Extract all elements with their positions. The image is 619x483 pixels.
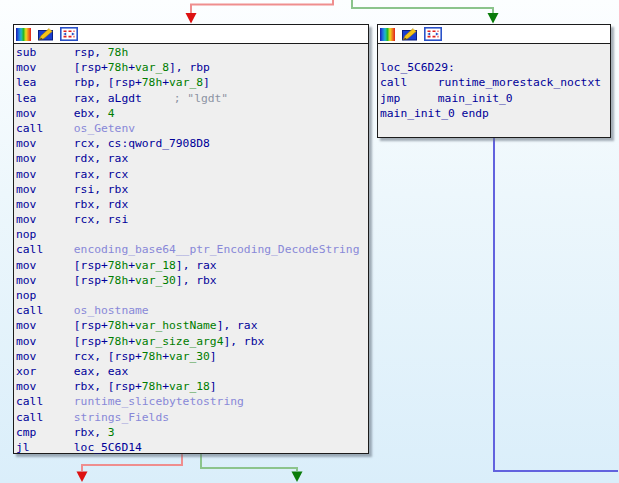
asm-mnemonic[interactable]: mov	[16, 197, 74, 212]
asm-mnemonic[interactable]: jl	[16, 440, 74, 455]
asm-operand-token[interactable]: [rsp+	[74, 259, 108, 272]
asm-line[interactable]: mov[rsp+78h+var_30], rbx	[16, 273, 368, 288]
asm-line[interactable]: cmprbx, 3	[16, 425, 368, 440]
asm-operand-token[interactable]: rcx, rsi	[74, 213, 128, 226]
asm-operand-token[interactable]: rbp, [rsp+	[74, 76, 142, 89]
asm-operand-token[interactable]: runtime_slicebytetostring	[74, 395, 244, 408]
asm-operand-token[interactable]: +	[128, 61, 135, 74]
asm-line[interactable]: mov[rsp+78h+var_hostName], rax	[16, 318, 368, 333]
asm-line[interactable]: callencoding_base64__ptr_Encoding_Decode…	[16, 242, 368, 257]
asm-operand-token[interactable]: +	[162, 76, 169, 89]
asm-operand-token[interactable]: rbx, rdx	[74, 198, 128, 211]
asm-line[interactable]: mov[rsp+78h+var_8], rbp	[16, 60, 368, 75]
asm-operand-token[interactable]: runtime_morestack_noctxt	[438, 76, 601, 89]
asm-line[interactable]: jlloc_5C6D14	[16, 440, 368, 455]
asm-mnemonic[interactable]: xor	[16, 364, 74, 379]
asm-mnemonic[interactable]: lea	[16, 91, 74, 106]
asm-mnemonic[interactable]: call	[16, 394, 74, 409]
asm-mnemonic[interactable]: mov	[16, 318, 74, 333]
asm-line[interactable]: nop	[16, 288, 368, 303]
asm-operand-token[interactable]: 4	[108, 107, 115, 120]
asm-mnemonic[interactable]: nop	[16, 227, 74, 242]
asm-line[interactable]: mov[rsp+78h+var_size_arg4], rbx	[16, 334, 368, 349]
asm-line[interactable]: learbp, [rsp+78h+var_8]	[16, 75, 368, 90]
asm-line[interactable]: jmpmain_init_0	[380, 91, 610, 106]
asm-line[interactable]	[380, 121, 610, 136]
group-nodes-icon[interactable]	[424, 27, 442, 41]
asm-line[interactable]: loc_5C6D29:	[380, 60, 610, 75]
asm-mnemonic[interactable]: mov	[16, 60, 74, 75]
asm-mnemonic[interactable]: mov	[16, 258, 74, 273]
asm-operand-token[interactable]: [rsp+	[74, 335, 108, 348]
asm-operand-token[interactable]: [rsp+	[74, 274, 108, 287]
asm-operand-token[interactable]: var_18	[135, 259, 176, 272]
asm-mnemonic[interactable]: mov	[16, 136, 74, 151]
asm-operand-token[interactable]: +	[128, 274, 135, 287]
asm-mnemonic[interactable]: mov	[16, 349, 74, 364]
asm-line[interactable]: callruntime_slicebytetostring	[16, 394, 368, 409]
asm-operand-token[interactable]: 78h	[142, 76, 162, 89]
asm-operand-token[interactable]: var_30	[169, 350, 210, 363]
asm-operand-token[interactable]: var_18	[169, 380, 210, 393]
asm-line[interactable]: callstrings_Fields	[16, 410, 368, 425]
basic-block-loc_5C6D29[interactable]: loc_5C6D29:callruntime_morestack_noctxtj…	[377, 24, 611, 138]
asm-line[interactable]: xoreax, eax	[16, 364, 368, 379]
asm-operand-token[interactable]: ], rbx	[223, 335, 264, 348]
asm-operand-token[interactable]: 78h	[108, 335, 128, 348]
asm-operand-token[interactable]: rdx, rax	[74, 152, 128, 165]
asm-operand-token[interactable]: var_size_arg4	[135, 335, 223, 348]
asm-operand-token[interactable]: rbx,	[74, 426, 108, 439]
asm-operand-token[interactable]: ], rbp	[169, 61, 210, 74]
asm-operand-token[interactable]: +	[128, 319, 135, 332]
asm-operand-token[interactable]: 78h	[142, 350, 162, 363]
asm-line[interactable]: subrsp, 78h	[16, 45, 368, 60]
asm-mnemonic[interactable]: mov	[16, 182, 74, 197]
asm-operand-token[interactable]: +	[162, 350, 169, 363]
asm-line[interactable]: mov[rsp+78h+var_18], rax	[16, 258, 368, 273]
asm-operand-token[interactable]: os_hostname	[74, 304, 149, 317]
asm-operand-token[interactable]: 78h	[108, 274, 128, 287]
asm-mnemonic[interactable]: call	[16, 303, 74, 318]
asm-operand-token[interactable]: rcx, cs:qword_7908D8	[74, 137, 210, 150]
asm-operand-token[interactable]: 78h	[108, 259, 128, 272]
asm-operand-token[interactable]: ], rax	[176, 259, 217, 272]
asm-operand-token[interactable]: rax, aLgdt	[74, 92, 142, 105]
asm-operand-token[interactable]: 78h	[108, 319, 128, 332]
node-color-icon[interactable]	[16, 27, 31, 41]
graph-view[interactable]: subrsp, 78hmov[rsp+78h+var_8], rbplearbp…	[0, 0, 619, 483]
node-color-icon[interactable]	[380, 27, 395, 41]
asm-line[interactable]: movrbx, rdx	[16, 197, 368, 212]
asm-mnemonic[interactable]: sub	[16, 45, 74, 60]
asm-line[interactable]: nop	[16, 227, 368, 242]
asm-operand-token[interactable]: ]	[210, 380, 217, 393]
asm-operand-token[interactable]: 3	[108, 426, 115, 439]
asm-operand-token[interactable]: ]	[210, 350, 217, 363]
asm-label[interactable]: loc_5C6D29:	[380, 61, 455, 74]
asm-mnemonic[interactable]: call	[16, 242, 74, 257]
group-nodes-icon[interactable]	[60, 27, 78, 41]
asm-operand-token[interactable]: var_8	[169, 76, 203, 89]
asm-operand-token[interactable]: +	[128, 259, 135, 272]
basic-block-main[interactable]: subrsp, 78hmov[rsp+78h+var_8], rbplearbp…	[13, 24, 369, 454]
asm-label[interactable]: main_init_0 endp	[380, 107, 489, 120]
asm-operand-token[interactable]: rsp,	[74, 46, 108, 59]
asm-mnemonic[interactable]: call	[380, 75, 438, 90]
asm-line[interactable]: movrsi, rbx	[16, 182, 368, 197]
asm-mnemonic[interactable]: mov	[16, 273, 74, 288]
asm-operand-token[interactable]: rcx, [rsp+	[74, 350, 142, 363]
asm-mnemonic[interactable]: cmp	[16, 425, 74, 440]
asm-operand-token[interactable]: ], rax	[217, 319, 258, 332]
asm-operand-token[interactable]: ], rbx	[176, 274, 217, 287]
asm-operand-token[interactable]: ]	[203, 76, 210, 89]
asm-operand-token[interactable]: var_hostName	[135, 319, 217, 332]
asm-line[interactable]: movebx, 4	[16, 106, 368, 121]
asm-operand-token[interactable]: [rsp+	[74, 319, 108, 332]
asm-line[interactable]	[380, 45, 610, 60]
asm-line[interactable]: movrcx, rsi	[16, 212, 368, 227]
asm-mnemonic[interactable]: jmp	[380, 91, 438, 106]
asm-mnemonic[interactable]: mov	[16, 167, 74, 182]
asm-operand-token[interactable]: loc_5C6D14	[74, 441, 142, 454]
asm-operand-token[interactable]: strings_Fields	[74, 411, 169, 424]
asm-line[interactable]: movrcx, cs:qword_7908D8	[16, 136, 368, 151]
asm-mnemonic[interactable]: mov	[16, 151, 74, 166]
